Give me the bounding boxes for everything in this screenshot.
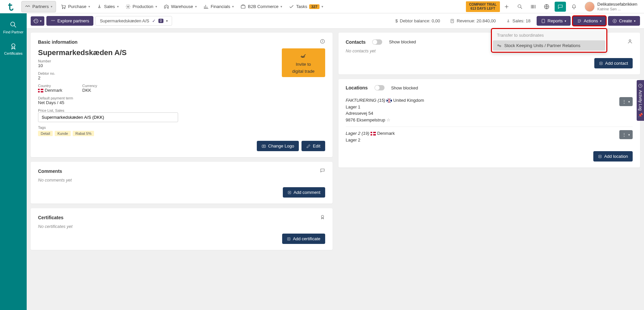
pricelist-label: Price List, Sales (38, 108, 325, 112)
tags-list: Detail Kunde Rabat 5% (38, 131, 325, 136)
chevron-down-icon: ▾ (280, 5, 282, 8)
change-logo-button[interactable]: Change Logo (257, 141, 299, 151)
country-label: Country (38, 84, 62, 88)
svg-point-38 (629, 40, 631, 41)
chevron-down-icon: ▾ (88, 5, 90, 8)
bell-icon[interactable] (567, 0, 581, 13)
info-icon[interactable] (320, 39, 325, 45)
globe-icon[interactable] (540, 0, 553, 13)
nav-partners[interactable]: Partners ▾ (21, 1, 56, 12)
svg-point-7 (518, 5, 521, 8)
nav-b2b[interactable]: B2B Commerce ▾ (237, 0, 285, 13)
tag[interactable]: Rabat 5% (73, 131, 94, 136)
sidebar-certificates[interactable]: Certificates (0, 38, 27, 59)
location-title: FAKTURERING (15) (346, 98, 386, 103)
sales-count: Sales: 18 (502, 18, 535, 23)
breadcrumb[interactable]: Supermarkedskæden A/S ✓ 0 ▾ (95, 16, 172, 26)
kebab-icon: ⋮ (622, 132, 626, 137)
show-blocked-toggle[interactable] (375, 85, 385, 90)
add-comment-button[interactable]: Add comment (283, 187, 325, 198)
star-icon[interactable]: ☆ (387, 117, 391, 122)
check-icon (289, 4, 294, 9)
dollar-icon: $ (396, 18, 398, 23)
person-icon (627, 39, 633, 45)
svg-line-16 (14, 26, 16, 28)
nav-label: B2B Commerce (248, 4, 278, 9)
nav-purchase[interactable]: Purchase ▾ (57, 0, 93, 13)
chevron-down-icon: ▾ (232, 5, 234, 8)
trial-badge[interactable]: COMPANY TRIAL 613 DAYS LEFT (466, 1, 500, 12)
svg-point-22 (580, 20, 581, 21)
trial-line1: COMPANY TRIAL (469, 3, 497, 7)
btn-label: Add location (604, 154, 628, 159)
create-button[interactable]: Create ▾ (608, 16, 640, 26)
chart-icon (203, 4, 209, 9)
location-menu-button[interactable]: ⋮▾ (619, 130, 633, 139)
payment-value: Net Days / 45 (38, 100, 325, 105)
add-location-button[interactable]: Add location (593, 151, 633, 162)
dd-sku-relations[interactable]: Stock Keeping Units / Partner Relations (493, 40, 605, 51)
chevron-down-icon: ▾ (117, 5, 119, 8)
tag[interactable]: Kunde (55, 131, 71, 136)
debtor-balance: $ Debtor balance: 0,00 (392, 18, 444, 23)
btn-label: Add comment (293, 190, 320, 195)
activity-log-tab[interactable]: Activity Log 📌 (637, 80, 644, 121)
card-title: Certificates (38, 215, 63, 220)
chevron-down-icon: ▾ (166, 19, 168, 23)
dd-label: Transfer to subordinates (497, 33, 544, 38)
svg-point-3 (127, 6, 129, 7)
actions-button[interactable]: Actions ▾ (573, 16, 606, 26)
pricelist-input[interactable] (38, 112, 178, 122)
nav-financials[interactable]: Financials ▾ (200, 0, 237, 13)
activity-label: Activity Log (638, 90, 643, 110)
warehouse-icon (164, 4, 169, 9)
dd-transfer: Transfer to subordinates (493, 30, 605, 40)
search-icon[interactable] (513, 0, 527, 13)
svg-rect-4 (241, 5, 245, 8)
location-menu-button[interactable]: ⋮▾ (619, 97, 633, 106)
history-button[interactable]: ▾ (31, 16, 44, 26)
sidebar-find-partner[interactable]: Find Partner (0, 17, 27, 38)
show-blocked-toggle[interactable] (372, 39, 382, 45)
svg-rect-29 (262, 145, 266, 147)
currency-value: DKK (82, 88, 97, 93)
b2b-icon (240, 4, 246, 9)
explore-partners-button[interactable]: Explore partners (46, 16, 93, 26)
add-contact-button[interactable]: Add contact (594, 58, 633, 68)
comment-icon (320, 168, 325, 174)
chevron-down-icon: ▾ (565, 19, 566, 23)
card-title: Locations (346, 85, 368, 90)
add-certificate-button[interactable]: Add certificate (282, 234, 325, 244)
nav-production[interactable]: Production ▾ (122, 0, 160, 13)
nav-sales[interactable]: Sales ▾ (93, 0, 122, 13)
tag[interactable]: Detail (38, 131, 53, 136)
nav-tasks[interactable]: Tasks 327 ▾ (285, 0, 327, 13)
nav-label: Financials (211, 4, 230, 9)
edit-button[interactable]: Edit (301, 141, 325, 151)
barcode-icon[interactable] (527, 0, 540, 13)
invite-digital-trade-button[interactable]: Invite to digital trade (282, 48, 325, 77)
flag-uk-icon (387, 99, 392, 102)
svg-point-2 (64, 8, 65, 9)
plus-icon[interactable] (500, 0, 513, 13)
user-menu[interactable]: Delikatessefabrikken Katrine Søn ... (581, 2, 641, 12)
btn-label: Add contact (605, 61, 628, 66)
svg-point-34 (321, 215, 324, 218)
avatar (585, 2, 595, 12)
btn-label: Edit (313, 143, 320, 148)
chat-icon[interactable] (555, 2, 566, 12)
btn-label: Change Logo (268, 143, 294, 148)
company-name: Delikatessefabrikken (597, 2, 637, 7)
reports-button[interactable]: Reports ▾ (537, 16, 571, 26)
nav-label: Partners (32, 4, 49, 9)
app-logo[interactable] (7, 2, 16, 11)
tasks-badge: 327 (309, 4, 319, 9)
nav-label: Sales (104, 4, 115, 9)
flag-dk-icon (371, 132, 376, 135)
chevron-down-icon: ▾ (195, 5, 197, 8)
chevron-down-icon: ▾ (628, 100, 630, 103)
nav-warehouse[interactable]: Warehouse ▾ (160, 0, 200, 13)
chevron-down-icon: ▾ (634, 19, 636, 23)
cart-icon (61, 4, 66, 9)
certificates-card: Certificates No certificates yet Add cer… (31, 208, 333, 250)
